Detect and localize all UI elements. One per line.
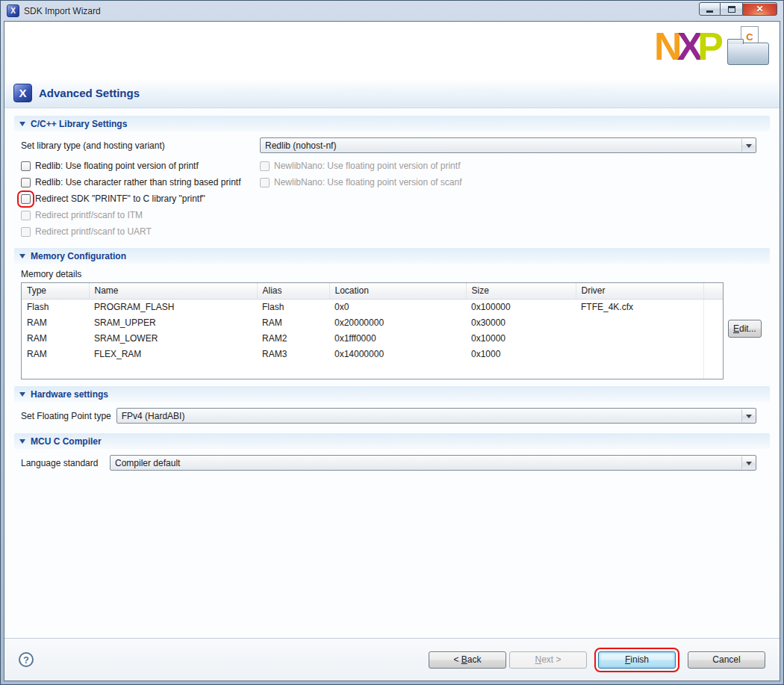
nxp-letter-p: P xyxy=(697,25,718,68)
table-cell xyxy=(576,362,703,379)
column-header-driver[interactable]: Driver xyxy=(576,283,703,299)
redirect-sdk-printf-checkbox[interactable] xyxy=(21,194,31,204)
table-cell xyxy=(703,314,723,330)
table-cell: Flash xyxy=(22,299,89,314)
checkbox-label: Redirect SDK "PRINTF" to C library "prin… xyxy=(35,193,205,204)
table-row[interactable]: RAM SRAM_LOWER RAM2 0x1fff0000 0x10000 xyxy=(22,330,723,346)
dropdown-value: Compiler default xyxy=(115,458,180,468)
table-cell: SRAM_LOWER xyxy=(89,330,257,346)
c-file-letter: C xyxy=(746,31,753,43)
table-row[interactable]: RAM SRAM_UPPER RAM 0x20000000 0x30000 xyxy=(22,314,723,330)
table-header-row: Type Name Alias Location Size Driver xyxy=(22,283,723,299)
table-cell xyxy=(89,362,257,379)
wizard-buttons: < Back Next > Finish Cancel xyxy=(426,651,765,669)
column-header-type[interactable]: Type xyxy=(22,283,89,299)
memory-row: Type Name Alias Location Size Driver xyxy=(21,282,770,379)
library-type-label: Set library type (and hosting variant) xyxy=(21,140,260,151)
help-icon: ? xyxy=(23,654,29,666)
column-header-name[interactable]: Name xyxy=(89,283,257,299)
back-button-label: ack xyxy=(467,654,482,665)
collapse-icon xyxy=(19,392,25,397)
language-standard-dropdown[interactable]: Compiler default xyxy=(110,455,756,471)
maximize-button[interactable] xyxy=(721,2,742,16)
next-button-label: N xyxy=(535,654,541,665)
next-button-label: ext > xyxy=(541,654,561,665)
checkbox-row: Redlib: Use floating point version of pr… xyxy=(21,158,260,174)
button-bar: ? < Back Next > Finish Cancel xyxy=(4,638,780,681)
section-memory-configuration[interactable]: Memory Configuration xyxy=(14,248,770,264)
table-cell: FLEX_RAM xyxy=(89,346,257,362)
c-folder-icon: C xyxy=(727,26,771,66)
memory-details-label: Memory details xyxy=(21,269,763,279)
library-type-dropdown[interactable]: Redlib (nohost-nf) xyxy=(260,137,756,153)
empty-space xyxy=(14,475,770,638)
section-title-library: C/C++ Library Settings xyxy=(31,119,127,129)
help-button[interactable]: ? xyxy=(19,652,34,667)
table-cell xyxy=(576,346,703,362)
window-controls: ✕ xyxy=(699,2,777,16)
edit-button-label: dit... xyxy=(739,323,756,334)
checkbox-column-left: Redlib: Use floating point version of pr… xyxy=(21,158,260,240)
column-header-size[interactable]: Size xyxy=(466,283,576,299)
checkbox-label: Redirect printf/scanf to ITM xyxy=(35,210,143,220)
next-button: Next > xyxy=(509,651,587,669)
checkbox-row: Redirect printf/scanf to ITM xyxy=(21,207,260,223)
edit-button-wrap: Edit... xyxy=(728,320,762,338)
table-cell: SRAM_UPPER xyxy=(89,314,257,330)
nxp-wordmark: NXP xyxy=(654,26,718,66)
table-cell xyxy=(22,362,89,379)
table-cell xyxy=(466,362,576,379)
back-button[interactable]: < Back xyxy=(429,651,506,669)
table-cell: 0x20000000 xyxy=(329,314,466,330)
maximize-icon xyxy=(728,6,735,13)
edit-button[interactable]: Edit... xyxy=(728,320,762,338)
table-row[interactable]: RAM FLEX_RAM RAM3 0x14000000 0x1000 xyxy=(22,346,723,362)
column-header-alias[interactable]: Alias xyxy=(257,283,329,299)
table-row[interactable]: Flash PROGRAM_FLASH Flash 0x0 0x100000 F… xyxy=(22,299,723,314)
language-standard-row: Language standard Compiler default xyxy=(21,455,763,471)
nxp-letter-x: X xyxy=(677,25,698,68)
app-icon-letter: X xyxy=(10,7,16,15)
table-cell xyxy=(329,362,466,379)
finish-button-label: inish xyxy=(630,654,649,665)
table-cell: 0x1fff0000 xyxy=(329,330,466,346)
nxp-letter-n: N xyxy=(654,25,677,68)
redlib-float-printf-checkbox[interactable] xyxy=(21,161,31,171)
section-mcu-c-compiler[interactable]: MCU C Compiler xyxy=(14,433,770,449)
finish-button[interactable]: Finish xyxy=(598,651,676,669)
checkbox-label: Redirect printf/scanf to UART xyxy=(35,226,152,237)
sdk-import-wizard-window: X SDK Import Wizard ✕ NXP C X Advanced S… xyxy=(0,0,784,685)
folder-icon xyxy=(727,43,769,65)
section-title-compiler: MCU C Compiler xyxy=(31,436,102,447)
redlib-char-printf-checkbox[interactable] xyxy=(21,178,31,187)
checkbox-label: NewlibNano: Use floating point version o… xyxy=(274,177,461,187)
newlibnano-float-printf-checkbox xyxy=(260,161,270,171)
section-hardware-settings[interactable]: Hardware settings xyxy=(14,386,770,402)
table-cell xyxy=(703,346,723,362)
section-library-settings[interactable]: C/C++ Library Settings xyxy=(14,116,770,131)
memory-table: Type Name Alias Location Size Driver xyxy=(21,282,724,379)
chevron-down-icon[interactable] xyxy=(741,139,755,152)
table-cell: Flash xyxy=(257,299,329,314)
close-button[interactable]: ✕ xyxy=(742,2,777,16)
table-cell: RAM xyxy=(22,330,89,346)
table-cell: RAM xyxy=(22,314,89,330)
back-button-label: B xyxy=(461,654,467,665)
table-cell: RAM2 xyxy=(257,330,329,346)
column-header-location[interactable]: Location xyxy=(329,283,466,299)
table-cell: RAM xyxy=(22,346,89,362)
floating-point-dropdown[interactable]: FPv4 (HardABI) xyxy=(116,408,756,424)
checkbox-row: Redirect SDK "PRINTF" to C library "prin… xyxy=(21,190,260,207)
checkbox-label: Redlib: Use character rather than string… xyxy=(35,177,240,187)
dropdown-value: Redlib (nohost-nf) xyxy=(265,140,336,151)
minimize-button[interactable] xyxy=(699,2,721,16)
chevron-down-icon[interactable] xyxy=(741,456,755,469)
chevron-down-icon[interactable] xyxy=(741,409,755,422)
table-cell: RAM xyxy=(257,314,329,330)
cancel-button[interactable]: Cancel xyxy=(688,651,765,669)
titlebar[interactable]: X SDK Import Wizard ✕ xyxy=(4,1,780,21)
edit-button-label: E xyxy=(733,323,739,334)
cancel-button-label: Cancel xyxy=(712,654,740,665)
table-cell: 0x10000 xyxy=(466,330,576,346)
table-cell: PROGRAM_FLASH xyxy=(89,299,257,314)
